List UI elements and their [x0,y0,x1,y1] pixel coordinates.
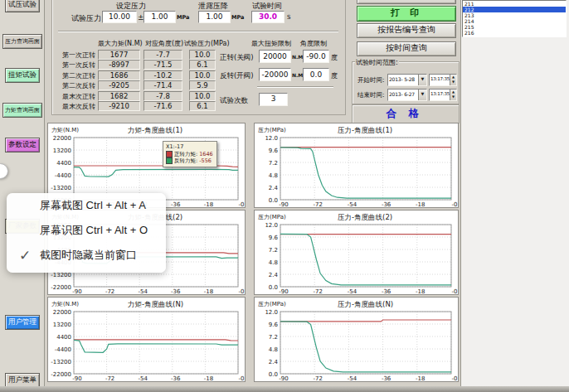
legend-swatch [166,157,173,164]
limit-row-label: 正转(关阀) [220,53,254,63]
torque-unit: N.M [292,54,303,60]
row-label: 第二次正转 [62,71,95,80]
sidebar-button-user-management[interactable]: 用户管理 [5,315,40,330]
chart-title: 力矩-角度曲线(1) [128,126,182,136]
query-by-report-button[interactable]: 按报告编号查询 [357,23,456,38]
limits-separator [257,86,333,87]
right-panel [460,0,569,386]
test-pressure-input[interactable]: 10.00 [102,11,137,23]
context-menu-item[interactable]: ✓截图时隐藏当前窗口 [7,243,166,268]
spinner-icon[interactable]: ▲▼ [450,75,456,85]
svg-text:-54: -54 [138,288,148,294]
legend-swatch [166,151,173,157]
time-range-label: 试验时间范围: [355,58,399,67]
sidebar-button-pressure-query[interactable]: 压力查询画面 [2,34,42,49]
legend-row: 反转力矩: -556 [166,157,214,165]
window-bottom-edge [0,386,569,392]
check-icon: ✓ [19,247,31,264]
report-list-item[interactable]: 215 [463,24,566,30]
report-list[interactable]: 211212213214215216 [462,0,567,37]
menu-item-label: 屏幕识图 Ctrl + Alt + O [40,223,148,238]
sidebar-button-torque-query[interactable]: 力矩查询画面 [2,103,42,118]
table-cell: 6.1 [189,101,216,111]
torque-limit-input[interactable]: 20000 [259,50,291,63]
sidebar-button-test-pressure[interactable]: 试压试验 [5,0,40,12]
sidebar-button-torque-test[interactable]: 扭矩试验 [5,68,40,83]
report-list-item[interactable]: 216 [463,30,566,36]
svg-text:4.8: 4.8 [269,259,278,266]
end-time-label: 结束时间: [357,91,385,99]
row-label: 第二次反转 [62,81,95,90]
svg-text:-36: -36 [171,201,181,207]
test-count-input[interactable]: 3 [259,93,288,106]
dropdown-icon[interactable]: ▼ [418,90,426,100]
report-list-item[interactable]: 214 [463,18,566,24]
spinner-icon[interactable]: ▲▼ [450,90,456,100]
chart-unit-label: 压力(MPa) [258,126,286,134]
chart-title: 压力-角度曲线(1) [338,126,392,136]
chart-title: 力矩-角度曲线(N) [128,300,183,310]
svg-text:13200: 13200 [53,148,71,154]
angle-limit-input[interactable]: 0.0 [303,68,329,81]
context-menu-item[interactable]: 屏幕截图 Ctrl + Alt + A [7,193,166,218]
torque-limit-header: 最大扭矩限制 [251,39,291,48]
svg-text:-13200: -13200 [51,359,71,365]
mpa-unit-1: MPa [177,14,189,21]
svg-text:-72: -72 [105,288,114,294]
query-by-time-button[interactable]: 按时间查询 [357,41,456,56]
limit-row-label: 反转(开阀) [220,71,254,81]
start-date-combo[interactable]: 2013- 5-28 ▼ [387,74,427,86]
svg-text:9.6: 9.6 [269,235,279,241]
svg-text:4.8: 4.8 [269,172,278,179]
leak-drop-input[interactable]: 1.00 [198,11,231,23]
print-button[interactable]: 打 印 [357,6,456,22]
end-date-value: 2013- 6-27 [389,91,415,97]
legend-row: 正转力矩: 1646 [166,151,214,158]
start-time-spinner[interactable]: 13:17:35 ▲▼ [429,74,457,86]
table-cell: 6.1 [189,60,216,70]
legend-header: X1:-17 [166,143,214,151]
svg-text:-72: -72 [313,375,322,381]
col-header-pressure: 试验压力(MPa) [184,39,230,48]
legend-value: -556 [199,157,212,165]
cut-button-top[interactable] [357,0,456,4]
legend-text: 反转力矩: [174,157,197,165]
sidebar-button-param-settings[interactable]: 参数设定 [5,138,40,152]
report-list-item[interactable]: 212 [463,7,566,12]
svg-text:-36: -36 [171,375,181,381]
test-time-input[interactable]: 30.0 [251,11,284,23]
svg-text:-22000: -22000 [51,284,71,291]
svg-text:-0: -0 [239,201,245,207]
dropdown-icon[interactable]: ▼ [418,75,426,85]
table-cell: 1677 [98,50,140,60]
angle-limit-input[interactable]: -90.0 [303,50,329,63]
table-cell: 1686 [98,70,140,80]
svg-text:-36: -36 [171,288,181,294]
svg-text:-36: -36 [382,201,391,207]
report-list-item[interactable]: 213 [463,12,566,18]
svg-text:-90: -90 [279,201,288,207]
svg-text:-18: -18 [416,375,425,381]
tolerance-input[interactable]: 1.00 [143,11,176,23]
chart-pressure-3: 12.09.67.24.82.40.0-90-72-54-36-18-0压力(M… [254,297,459,382]
test-pressure-label: 试验压力 [71,13,101,24]
chart-legend: X1:-17正转力矩: 1646反转力矩: -556 [163,141,217,167]
svg-text:0.0: 0.0 [269,197,278,204]
svg-text:-90: -90 [279,288,288,294]
end-time-spinner[interactable]: 13:17:35 ▲▼ [429,89,457,101]
svg-text:-54: -54 [138,375,148,381]
table-cell: -7.8 [143,91,182,101]
report-list-item[interactable]: 211 [463,1,566,7]
svg-text:-0: -0 [452,375,458,381]
context-menu-item[interactable]: 屏幕识图 Ctrl + Alt + O [7,218,166,243]
svg-text:12.0: 12.0 [265,222,278,229]
end-date-combo[interactable]: 2013- 6-27 ▼ [387,89,427,101]
menu-item-label: 截图时隐藏当前窗口 [40,248,137,263]
start-time-value: 13:17:35 [430,76,450,81]
col-header-angle: 对应角度(度) [145,39,183,48]
seconds-unit: S [287,14,290,21]
svg-text:-22000: -22000 [51,371,71,378]
table-cell: 10.0 [189,91,216,101]
svg-text:-18: -18 [416,288,425,294]
torque-limit-input[interactable]: -20000 [259,68,291,81]
